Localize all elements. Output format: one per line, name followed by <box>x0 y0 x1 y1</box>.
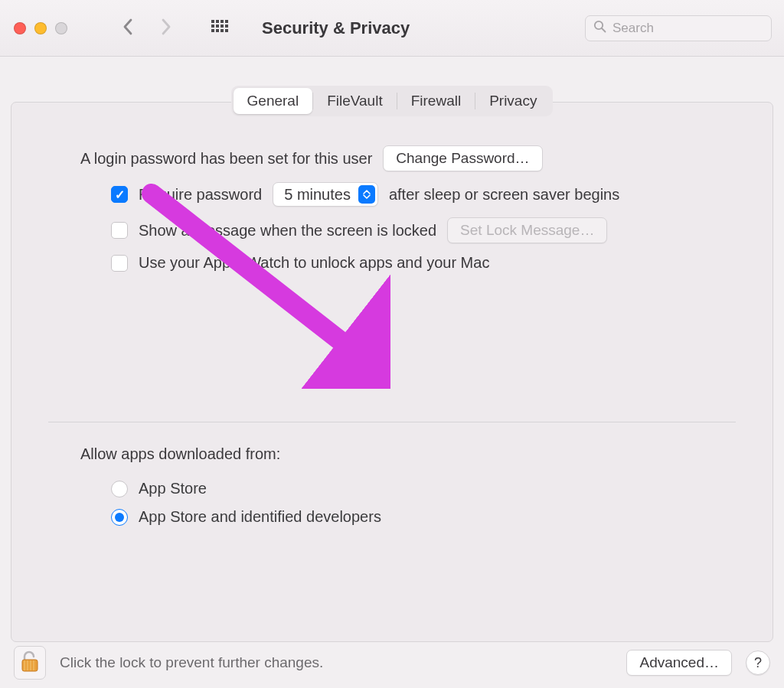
require-password-checkbox[interactable] <box>111 186 128 203</box>
main-panel: A login password has been set for this u… <box>11 102 773 642</box>
allow-apps-title: Allow apps downloaded from: <box>80 445 704 463</box>
apple-watch-label: Use your Apple Watch to unlock apps and … <box>139 254 489 272</box>
svg-rect-7 <box>225 24 228 28</box>
back-button[interactable] <box>122 18 133 38</box>
search-field[interactable] <box>585 15 772 41</box>
svg-rect-2 <box>220 20 224 23</box>
svg-rect-3 <box>225 20 228 23</box>
svg-rect-4 <box>211 24 214 28</box>
radio-appstore[interactable] <box>111 481 128 497</box>
svg-rect-5 <box>216 24 219 28</box>
login-password-row: A login password has been set for this u… <box>80 145 704 171</box>
radio-appstore-label: App Store <box>139 480 207 497</box>
lock-button[interactable] <box>14 646 46 680</box>
show-all-button[interactable] <box>211 20 228 37</box>
zoom-window-button[interactable] <box>55 22 67 34</box>
svg-rect-6 <box>220 24 224 28</box>
svg-rect-0 <box>211 20 214 23</box>
show-message-row: Show a message when the screen is locked… <box>80 217 704 243</box>
toolbar: Security & Privacy <box>0 0 784 57</box>
svg-rect-11 <box>225 29 228 32</box>
require-password-label: Require password <box>139 186 262 204</box>
svg-rect-1 <box>216 20 219 23</box>
advanced-button[interactable]: Advanced… <box>626 650 732 676</box>
select-stepper-icon <box>358 185 375 204</box>
apple-watch-checkbox[interactable] <box>111 255 128 272</box>
close-window-button[interactable] <box>14 22 26 34</box>
set-lock-message-button[interactable]: Set Lock Message… <box>447 217 607 243</box>
lock-hint-text: Click the lock to prevent further change… <box>60 654 323 671</box>
tab-privacy[interactable]: Privacy <box>475 88 550 114</box>
help-button[interactable]: ? <box>746 651 770 675</box>
radio-row-appstore: App Store <box>80 480 704 497</box>
require-password-tail: after sleep or screen saver begins <box>389 186 619 204</box>
footer: Click the lock to prevent further change… <box>0 637 784 688</box>
tab-firewall[interactable]: Firewall <box>397 88 475 114</box>
svg-line-13 <box>602 28 606 32</box>
search-input[interactable] <box>612 21 763 36</box>
login-password-text: A login password has been set for this u… <box>80 150 372 168</box>
search-icon <box>593 20 606 37</box>
require-password-delay-select[interactable]: 5 minutes <box>273 182 378 207</box>
require-password-delay-value: 5 minutes <box>284 186 351 204</box>
tab-filevault[interactable]: FileVault <box>313 88 397 114</box>
window-controls <box>14 22 67 34</box>
window-title: Security & Privacy <box>262 18 410 38</box>
radio-row-identified: App Store and identified developers <box>80 508 704 526</box>
show-message-checkbox[interactable] <box>111 222 128 239</box>
unlocked-padlock-icon <box>20 650 40 677</box>
tab-general[interactable]: General <box>234 88 313 114</box>
svg-rect-8 <box>211 29 214 32</box>
svg-rect-10 <box>220 29 224 32</box>
require-password-row: Require password 5 minutes after sleep o… <box>80 182 704 207</box>
nav-arrows <box>122 18 172 38</box>
radio-identified-label: App Store and identified developers <box>139 508 381 526</box>
radio-identified-developers[interactable] <box>111 509 128 526</box>
minimize-window-button[interactable] <box>34 22 47 34</box>
svg-rect-9 <box>216 29 219 32</box>
apple-watch-row: Use your Apple Watch to unlock apps and … <box>80 254 704 272</box>
show-message-label: Show a message when the screen is locked <box>139 222 436 240</box>
change-password-button[interactable]: Change Password… <box>383 145 542 171</box>
forward-button[interactable] <box>161 18 172 38</box>
divider <box>48 422 736 422</box>
tab-bar: General FileVault Firewall Privacy <box>231 86 554 116</box>
